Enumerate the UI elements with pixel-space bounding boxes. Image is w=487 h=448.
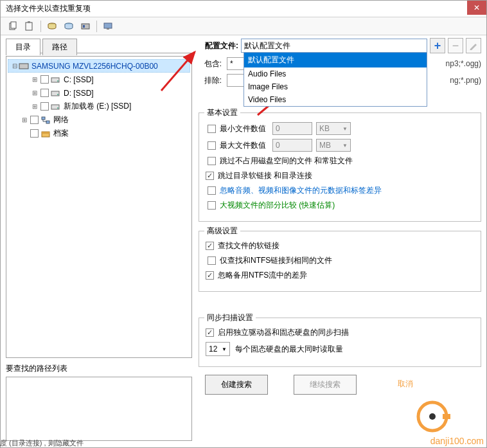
drive-icon xyxy=(51,89,61,98)
advanced-settings: 高级设置 ✓ 查找文件的软链接 仅查找和NTFS链接到相同的文件 ✓ 忽略备用N… xyxy=(199,231,481,292)
drive-icon xyxy=(51,102,61,111)
checkbox-ignore-meta[interactable] xyxy=(208,186,216,195)
checkbox-ntfs-backup[interactable]: ✓ xyxy=(206,271,214,280)
dropdown-item[interactable]: Video Files xyxy=(244,93,427,106)
copy-icon[interactable] xyxy=(6,19,20,33)
tree-label: D: [SSD] xyxy=(64,89,94,98)
exclude-input[interactable] xyxy=(227,74,245,87)
tree-root[interactable]: ⊟ SAMSUNG MZVL2256HCHQ-00B00 xyxy=(8,59,190,73)
svg-point-22 xyxy=(429,413,436,420)
disk2-icon[interactable] xyxy=(62,19,76,33)
config-row: 配置文件: + − 默认配置文件 Audio Files Image Files… xyxy=(199,38,481,53)
checkbox-skip-link[interactable]: ✓ xyxy=(206,172,214,180)
svg-rect-3 xyxy=(28,21,30,23)
config-label: 配置文件: xyxy=(199,40,241,51)
checkbox[interactable] xyxy=(30,116,39,124)
paste-icon[interactable] xyxy=(22,19,37,33)
path-list[interactable] xyxy=(6,377,192,441)
expand-icon[interactable]: ⊞ xyxy=(31,76,39,83)
checkbox-big-video[interactable] xyxy=(208,201,216,210)
checkbox[interactable] xyxy=(40,102,49,111)
min-input[interactable] xyxy=(272,122,312,135)
monitor-icon[interactable] xyxy=(101,19,115,33)
checkbox-skip-zero[interactable] xyxy=(208,157,216,165)
ntfs-same-label: 仅查找和NTFS链接到相同的文件 xyxy=(220,255,332,266)
add-config-button[interactable]: + xyxy=(430,38,445,53)
config-select[interactable] xyxy=(241,39,427,53)
svg-point-16 xyxy=(57,107,58,109)
window-title: 选择文件夹以查找重复项 xyxy=(6,3,91,14)
ntfs-backup-label: 忽略备用NTFS流中的差异 xyxy=(218,270,307,281)
folder-tree[interactable]: ⊟ SAMSUNG MZVL2256HCHQ-00B00 ⊞ C: [SSD] … xyxy=(6,56,192,358)
svg-point-14 xyxy=(57,94,58,95)
svg-rect-10 xyxy=(19,64,28,69)
tab-directory[interactable]: 目录 xyxy=(6,39,40,55)
sync-count-select[interactable]: 12▼ xyxy=(206,342,230,356)
adv-legend: 高级设置 xyxy=(204,226,240,237)
continue-search-button[interactable]: 继续搜索 xyxy=(294,375,357,395)
svg-rect-7 xyxy=(83,25,85,28)
expand-icon[interactable]: ⊞ xyxy=(31,89,39,96)
cancel-button[interactable]: 取消 xyxy=(382,375,429,395)
drive-icon xyxy=(51,75,61,84)
config-dropdown[interactable]: 默认配置文件 Audio Files Image Files Video Fil… xyxy=(244,52,427,107)
svg-rect-8 xyxy=(104,23,112,28)
archive-icon xyxy=(40,129,51,138)
checkbox[interactable] xyxy=(30,129,39,138)
edit-config-button[interactable] xyxy=(466,38,481,53)
svg-rect-6 xyxy=(82,24,89,29)
checkbox-ntfs-same[interactable] xyxy=(208,256,216,265)
max-unit[interactable]: MB▼ xyxy=(316,139,351,152)
min-unit[interactable]: KB▼ xyxy=(316,122,351,135)
ignore-meta-label[interactable]: 忽略音频、视频和图像文件的元数据和标签差异 xyxy=(220,185,382,196)
dropdown-item[interactable]: Image Files xyxy=(244,80,427,93)
tree-archive[interactable]: ⊞ 档案 xyxy=(8,127,190,140)
min-label: 最小文件数值 xyxy=(220,123,266,134)
sync-settings: 同步扫描设置 ✓ 启用独立驱动器和固态硬盘的同步扫描 12▼ 每个固态硬盘的最大… xyxy=(199,318,481,367)
tree-label: SAMSUNG MZVL2256HCHQ-00B00 xyxy=(31,62,158,71)
max-label: 最大文件数值 xyxy=(220,140,266,151)
close-button[interactable]: ✕ xyxy=(467,1,486,15)
checkbox[interactable] xyxy=(40,89,49,97)
checkbox-find-soft[interactable]: ✓ xyxy=(206,242,214,250)
expand-icon[interactable]: ⊞ xyxy=(31,103,39,110)
ssd-icon[interactable] xyxy=(78,19,93,33)
include-input[interactable] xyxy=(227,57,245,70)
remove-config-button[interactable]: − xyxy=(448,38,463,53)
skip-link-label: 跳过目录软链接 和目录连接 xyxy=(218,170,312,181)
find-soft-label: 查找文件的软链接 xyxy=(218,240,279,251)
checkbox-sync-enable[interactable]: ✓ xyxy=(206,328,214,337)
skip-zero-label: 跳过不占用磁盘空间的文件 和常驻文件 xyxy=(220,156,353,166)
tree-drive-d[interactable]: ⊞ D: [SSD] xyxy=(8,86,190,100)
checkbox-min[interactable] xyxy=(208,125,216,133)
expand-icon[interactable]: ⊟ xyxy=(11,62,19,69)
title-bar: 选择文件夹以查找重复项 ✕ xyxy=(1,1,486,17)
svg-rect-2 xyxy=(26,22,32,30)
dropdown-item[interactable]: 默认配置文件 xyxy=(244,53,427,67)
network-icon xyxy=(40,116,51,125)
tree-drive-c[interactable]: ⊞ C: [SSD] xyxy=(8,73,190,86)
left-tabs: 目录 路径 xyxy=(6,38,192,53)
max-input[interactable] xyxy=(272,139,312,152)
big-video-label[interactable]: 大视频文件的部分比较 (快速估算) xyxy=(220,200,335,211)
tree-network[interactable]: ⊞ 网络 xyxy=(8,113,190,127)
dropdown-item[interactable]: Audio Files xyxy=(244,67,427,80)
disk1-icon[interactable] xyxy=(45,19,59,33)
exclude-trail: ng;*.png) xyxy=(447,76,481,85)
svg-rect-20 xyxy=(42,132,49,134)
svg-rect-1 xyxy=(11,22,16,28)
svg-point-12 xyxy=(57,80,58,82)
checkbox-max[interactable] xyxy=(208,141,216,150)
include-label: 包含: xyxy=(199,58,227,69)
checkbox[interactable] xyxy=(40,75,49,84)
tree-label: 网络 xyxy=(53,114,69,125)
include-trail: np3;*.ogg) xyxy=(443,59,481,68)
tab-path[interactable]: 路径 xyxy=(42,39,77,55)
create-search-button[interactable]: 创建搜索 xyxy=(205,375,268,395)
basic-settings: 基本设置 最小文件数值 KB▼ 最大文件数值 MB▼ 跳过不占用磁盘空间的文件 … xyxy=(199,112,481,222)
tree-label: C: [SSD] xyxy=(64,75,94,84)
tree-drive-e[interactable]: ⊞ 新加载卷 (E:) [SSD] xyxy=(8,100,190,113)
expand-icon[interactable]: ⊞ xyxy=(21,116,28,123)
clipped-text: 度 (目录连接) , 则隐藏文件 xyxy=(0,438,84,448)
ssd-icon xyxy=(19,62,29,71)
